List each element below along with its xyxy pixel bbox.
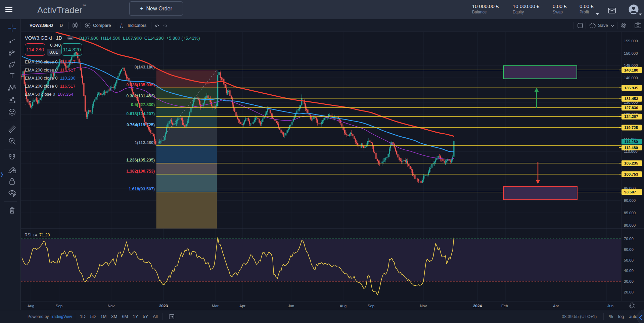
svg-text:Nov: Nov (108, 304, 115, 308)
svg-text:2023: 2023 (159, 304, 168, 308)
svg-text:135.935: 135.935 (624, 86, 638, 90)
svg-text:119.725: 119.725 (624, 126, 638, 130)
svg-text:Sep: Sep (368, 304, 374, 308)
svg-text:Mar: Mar (212, 304, 219, 308)
svg-text:143.180: 143.180 (624, 68, 638, 72)
svg-text:150.000: 150.000 (624, 51, 638, 55)
svg-text:131.453: 131.453 (624, 97, 638, 101)
svg-text:80.000: 80.000 (624, 223, 636, 227)
svg-text:Nov: Nov (420, 304, 427, 308)
svg-text:Feb: Feb (501, 304, 508, 308)
svg-text:155.000: 155.000 (624, 39, 638, 43)
svg-text:50.00: 50.00 (624, 258, 634, 262)
svg-text:112.480: 112.480 (624, 146, 638, 150)
svg-text:2024: 2024 (473, 304, 482, 308)
svg-text:20.00: 20.00 (624, 290, 634, 294)
svg-text:114.280: 114.280 (624, 140, 638, 144)
svg-text:0.5(127.830): 0.5(127.830) (131, 102, 155, 107)
svg-text:1.236(105.235): 1.236(105.235) (126, 158, 155, 163)
svg-text:105.235: 105.235 (624, 161, 638, 165)
svg-text:Aug: Aug (28, 304, 34, 308)
svg-text:145.000: 145.000 (624, 63, 638, 67)
svg-text:Apr: Apr (553, 304, 559, 308)
svg-text:1.382(100.753): 1.382(100.753) (126, 169, 155, 174)
svg-text:Sep: Sep (56, 304, 62, 308)
svg-text:100.753: 100.753 (624, 172, 638, 176)
svg-text:40.00: 40.00 (624, 269, 634, 273)
svg-text:90.000: 90.000 (624, 198, 636, 202)
svg-text:124.207: 124.207 (624, 114, 638, 119)
svg-text:0.764(119.725): 0.764(119.725) (127, 123, 155, 127)
svg-text:85.000: 85.000 (624, 211, 636, 215)
svg-text:140.000: 140.000 (624, 76, 638, 80)
svg-text:127.830: 127.830 (624, 106, 638, 110)
svg-text:Jun: Jun (288, 304, 294, 308)
svg-text:0.618(124.207): 0.618(124.207) (126, 111, 155, 116)
svg-text:93.507: 93.507 (624, 190, 636, 194)
svg-text:60.00: 60.00 (624, 247, 634, 251)
svg-text:1.618(93.507): 1.618(93.507) (129, 187, 155, 191)
svg-text:30.00: 30.00 (624, 279, 634, 283)
svg-text:Apr: Apr (239, 304, 245, 308)
svg-text:70.00: 70.00 (624, 237, 634, 241)
svg-text:Aug: Aug (340, 304, 347, 308)
svg-text:Jun: Jun (607, 304, 614, 308)
